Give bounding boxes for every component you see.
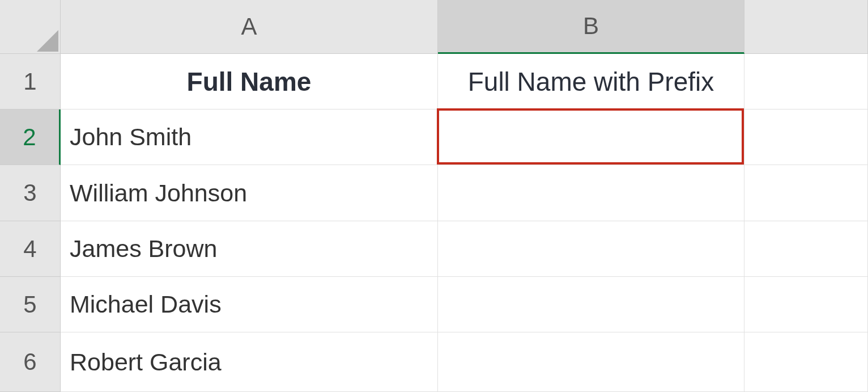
column-header-a[interactable]: A — [61, 0, 438, 54]
row-header-6[interactable]: 6 — [0, 332, 61, 392]
cell-a5[interactable]: Michael Davis — [61, 277, 438, 332]
cell-a4[interactable]: James Brown — [61, 221, 438, 277]
cell-a6[interactable]: Robert Garcia — [61, 332, 438, 392]
cell-c4[interactable] — [744, 221, 868, 277]
column-header-c[interactable] — [744, 0, 868, 54]
cell-c3[interactable] — [744, 165, 868, 221]
cell-c6[interactable] — [744, 332, 868, 392]
row-header-1[interactable]: 1 — [0, 54, 61, 109]
cell-b2[interactable] — [438, 109, 744, 165]
cell-b1[interactable]: Full Name with Prefix — [438, 54, 744, 109]
row-header-4[interactable]: 4 — [0, 221, 61, 277]
cell-b6[interactable] — [438, 332, 744, 392]
column-header-b[interactable]: B — [438, 0, 744, 54]
cell-b3[interactable] — [438, 165, 744, 221]
spreadsheet-grid: A B 1 Full Name Full Name with Prefix 2 … — [0, 0, 868, 392]
cell-c1[interactable] — [744, 54, 868, 109]
row-header-3[interactable]: 3 — [0, 165, 61, 221]
cell-c5[interactable] — [744, 277, 868, 332]
cell-b5[interactable] — [438, 277, 744, 332]
cell-a3[interactable]: William Johnson — [61, 165, 438, 221]
select-all-corner[interactable] — [0, 0, 61, 54]
cell-c2[interactable] — [744, 109, 868, 165]
cell-a1[interactable]: Full Name — [61, 54, 438, 109]
cell-b4[interactable] — [438, 221, 744, 277]
cell-a2[interactable]: John Smith — [61, 109, 438, 165]
row-header-2[interactable]: 2 — [0, 109, 61, 165]
row-header-5[interactable]: 5 — [0, 277, 61, 332]
